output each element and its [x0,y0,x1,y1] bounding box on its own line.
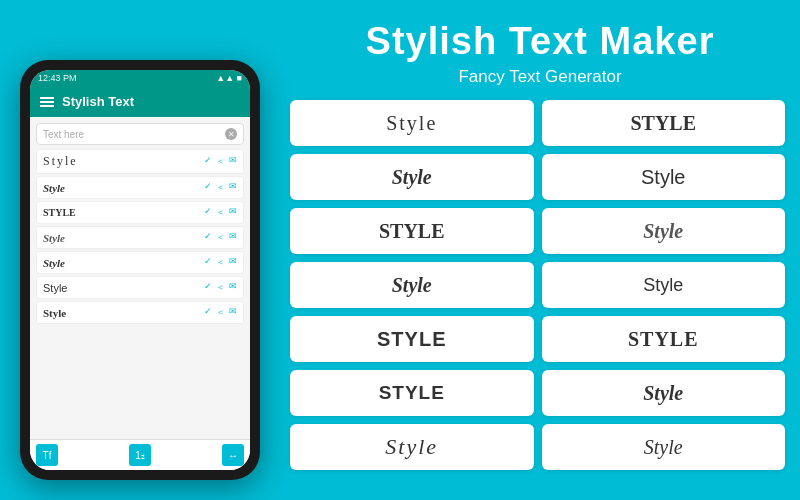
style-card-handwriting[interactable]: Style [290,262,534,308]
list-item[interactable]: Style ✓＜✉ [36,226,244,249]
card-text: STYLE [377,328,446,351]
item-actions: ✓＜✉ [204,181,237,194]
toolbar-title: Stylish Text [62,94,134,109]
style-card-smallcaps[interactable]: STYLE [290,208,534,254]
search-placeholder: Text here [43,129,84,140]
list-item[interactable]: Style ✓＜✉ [36,276,244,299]
number-icon[interactable]: 1₂ [129,444,151,466]
card-text: Style [641,166,685,189]
clear-icon[interactable]: ✕ [225,128,237,140]
list-item[interactable]: Style ✓＜✉ [36,251,244,274]
item-text: Style [43,182,65,194]
card-text: STYLE [379,220,445,243]
item-actions: ✓＜✉ [204,155,237,168]
item-actions: ✓＜✉ [204,256,237,269]
main-title: Stylish Text Maker [290,20,790,63]
phone-bottom-bar: Tf 1₂ ↔ [30,439,250,470]
card-text: Style [392,274,432,297]
style-card-cursive[interactable]: Style [542,370,786,416]
item-actions: ✓＜✉ [204,306,237,319]
item-text: Style [43,232,65,244]
card-text: Style [643,220,683,243]
style-card-blackletter[interactable]: STYLE [542,316,786,362]
text-format-icon[interactable]: Tf [36,444,58,466]
list-item[interactable]: Style ✓＜✉ [36,176,244,199]
style-card-italic[interactable]: Style [290,154,534,200]
list-item[interactable]: STYLE ✓＜✉ [36,201,244,224]
card-text: Style [385,434,438,460]
card-text: Style [644,436,683,459]
item-actions: ✓＜✉ [204,281,237,294]
card-text: STYLE [630,112,696,135]
item-actions: ✓＜✉ [204,206,237,219]
style-list: Style ✓＜✉ Style ✓＜✉ STYLE ✓＜✉ Style ✓＜✉ … [30,149,250,439]
phone-screen: 12:43 PM ▲▲ ■ Stylish Text Text here ✕ S… [30,70,250,470]
search-bar[interactable]: Text here ✕ [36,123,244,145]
style-card-sansserif[interactable]: Style [542,262,786,308]
item-text: Style [43,282,67,294]
style-card-normal[interactable]: Style [542,154,786,200]
style-card-caps-bold[interactable]: STYLE [290,370,534,416]
card-text: STYLE [628,328,699,351]
style-grid: Style STYLE Style Style STYLE Style Styl… [290,100,785,470]
list-item[interactable]: Style ✓＜✉ [36,149,244,174]
card-text: STYLE [379,382,445,404]
status-time: 12:43 PM [38,73,77,83]
style-card-bold[interactable]: STYLE [542,100,786,146]
item-text: Style [43,307,66,319]
arrow-icon[interactable]: ↔ [222,444,244,466]
phone-frame: 12:43 PM ▲▲ ■ Stylish Text Text here ✕ S… [20,60,260,480]
phone-container: 12:43 PM ▲▲ ■ Stylish Text Text here ✕ S… [20,60,260,480]
item-text: STYLE [43,207,76,218]
item-text: Style [43,154,78,169]
style-card-thin[interactable]: Style [290,100,534,146]
status-icons: ▲▲ ■ [216,73,242,83]
sub-title: Fancy Text Generator [290,67,790,87]
item-text: Style [43,257,65,269]
phone-status-bar: 12:43 PM ▲▲ ■ [30,70,250,86]
card-text: Style [386,112,437,135]
hamburger-icon[interactable] [40,97,54,107]
style-card-seriflight[interactable]: Style [542,424,786,470]
list-item[interactable]: Style ✓＜✉ [36,301,244,324]
style-card-gothic[interactable]: STYLE [290,316,534,362]
card-text: Style [392,166,432,189]
card-text: Style [643,382,683,405]
header-area: Stylish Text Maker Fancy Text Generator [290,20,790,87]
item-actions: ✓＜✉ [204,231,237,244]
card-text: Style [643,275,683,296]
style-card-elegant[interactable]: Style [290,424,534,470]
phone-toolbar: Stylish Text [30,86,250,117]
style-card-script[interactable]: Style [542,208,786,254]
